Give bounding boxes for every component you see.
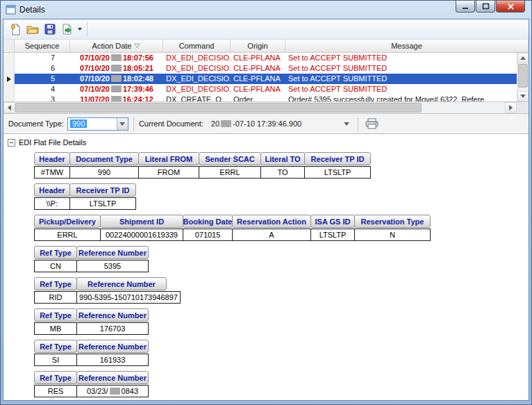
edi-value-cell: A xyxy=(232,229,311,241)
edi-header-cell[interactable]: Ref Type xyxy=(34,277,77,290)
current-document-combo[interactable]: 20-07-10 17:39:46.900 xyxy=(208,117,353,131)
cell-origin: CLE-PFLANA xyxy=(231,53,285,63)
table-row[interactable]: 3 11/07/2016:24:12 DX_CREATE_O... Order.… xyxy=(3,94,529,101)
grid-body: 7 07/10/2018:07:56 DX_EDI_DECISIO... CLE… xyxy=(3,53,529,101)
edi-header-cell[interactable]: Receiver TP ID xyxy=(304,152,371,165)
edi-header-cell[interactable]: Shipment ID xyxy=(100,215,183,228)
edi-table-header-segment: Header Document Type Literal FROM Sender… xyxy=(34,152,529,179)
cell-command: DX_EDI_DECISIO... xyxy=(163,74,231,84)
minimize-button[interactable] xyxy=(456,1,475,13)
vertical-scrollbar[interactable] xyxy=(517,53,529,101)
close-button[interactable] xyxy=(496,1,525,13)
document-type-value[interactable]: 990 xyxy=(68,118,117,130)
table-row[interactable]: 7 07/10/2018:07:56 DX_EDI_DECISIO... CLE… xyxy=(3,53,529,63)
window-icon xyxy=(6,5,16,15)
edi-value-cell: 5395 xyxy=(76,260,149,272)
vertical-scroll-thumb[interactable] xyxy=(518,64,528,88)
edi-header-cell[interactable]: Ref Type xyxy=(34,340,77,353)
horizontal-scroll-track[interactable] xyxy=(15,102,505,113)
edi-header-cell[interactable]: Reference Number xyxy=(76,308,149,322)
row-marker-current xyxy=(3,74,15,84)
redaction-block xyxy=(110,388,120,395)
cell-sequence: 5 xyxy=(15,74,70,84)
current-row-arrow-icon xyxy=(7,76,11,82)
scroll-right-icon[interactable] xyxy=(505,102,517,113)
edi-header-cell[interactable]: Document Type xyxy=(69,152,139,165)
collapse-expander[interactable] xyxy=(8,139,15,147)
cell-action-date: 07/10/2018:05:21 xyxy=(70,63,163,74)
edi-header-cell[interactable]: Reference Number xyxy=(76,277,167,290)
docbar-separator xyxy=(133,117,134,131)
scroll-down-icon[interactable] xyxy=(517,91,529,101)
table-row-selected[interactable]: 5 07/10/2018:02:48 DX_EDI_DECISIO... CLE… xyxy=(3,74,529,84)
scroll-up-icon[interactable] xyxy=(517,53,529,63)
new-document-icon[interactable] xyxy=(7,21,24,38)
edi-header-cell[interactable]: Header xyxy=(34,183,70,197)
cell-action-date: 07/10/2017:39:46 xyxy=(70,84,163,94)
horizontal-scroll-thumb[interactable] xyxy=(15,103,422,113)
scroll-left-icon[interactable] xyxy=(3,102,15,113)
horizontal-scrollbar[interactable] xyxy=(3,102,529,114)
cell-action-date: 11/07/2016:24:12 xyxy=(70,94,163,101)
edi-header-cell[interactable]: Ref Type xyxy=(34,308,77,322)
edi-value-cell: FROM xyxy=(138,166,199,179)
edi-value-cell: 990-5395-150710173946897 xyxy=(76,291,181,304)
edi-header-cell[interactable]: Receiver TP ID xyxy=(69,183,136,197)
column-header-command[interactable]: Command xyxy=(163,40,231,52)
export-icon[interactable] xyxy=(59,21,76,38)
edi-value-cell: CN xyxy=(34,260,77,272)
edi-header-cell[interactable]: Booking Date xyxy=(183,215,233,228)
message-grid: Sequence Action Date Command Origin Mess… xyxy=(3,40,529,102)
cell-message: Order# 5395 successfully created for Mov… xyxy=(285,94,529,101)
table-row[interactable]: 4 07/10/2017:39:46 DX_EDI_DECISIO... CLE… xyxy=(3,84,529,94)
open-folder-icon[interactable] xyxy=(24,21,41,38)
edi-header-cell[interactable]: Reservation Action xyxy=(232,215,311,228)
current-document-value[interactable]: 20-07-10 17:39:46.900 xyxy=(209,118,341,130)
cell-message: Set to ACCEPT SUBMITTED xyxy=(285,63,529,74)
edi-header-cell[interactable]: ISA GS ID xyxy=(310,215,355,228)
edi-table-reference: Ref Type Reference Number MB 176703 xyxy=(34,308,529,335)
cell-origin: CLE-PFLANA xyxy=(231,63,285,74)
toolbar xyxy=(3,19,529,40)
table-row[interactable]: 6 07/10/2018:05:21 DX_EDI_DECISIO... CLE… xyxy=(3,63,529,74)
redaction-block xyxy=(111,75,122,82)
cell-sequence: 6 xyxy=(15,63,70,74)
sort-descending-icon xyxy=(134,43,140,49)
edi-header-cell[interactable]: Sender SCAC xyxy=(199,152,261,165)
edi-header-cell[interactable]: Reference Number xyxy=(76,371,149,384)
edi-header-cell[interactable]: Reservation Type xyxy=(354,215,431,228)
column-header-origin[interactable]: Origin xyxy=(231,40,285,52)
printer-icon xyxy=(365,118,379,129)
edi-header-cell[interactable]: Reference Number xyxy=(76,340,149,353)
combo-dropdown-icon[interactable] xyxy=(117,118,128,130)
edi-value-cell: RES xyxy=(34,385,77,397)
edi-header-cell[interactable]: Header xyxy=(34,152,70,165)
edi-header-cell[interactable]: Literal FROM xyxy=(138,152,199,165)
edi-header-cell[interactable]: Ref Type xyxy=(34,371,77,384)
toolbar-dropdown-icon[interactable] xyxy=(76,21,83,38)
edi-value-cell: N xyxy=(354,229,431,241)
combo-dropdown-icon[interactable] xyxy=(341,118,352,130)
edi-header-cell[interactable]: Pickup/Delivery xyxy=(34,215,101,228)
column-header-label: Action Date xyxy=(92,42,132,50)
titlebar[interactable]: Details xyxy=(3,1,529,19)
redaction-block xyxy=(111,65,122,72)
print-button[interactable] xyxy=(363,116,381,132)
edi-details-panel: EDI Flat File Details Header Document Ty… xyxy=(3,134,529,401)
redaction-block xyxy=(111,54,122,61)
column-header-message[interactable]: Message xyxy=(285,40,529,52)
save-icon[interactable] xyxy=(42,21,58,38)
column-header-sequence[interactable]: Sequence xyxy=(15,40,70,52)
edi-header-cell[interactable]: Ref Type xyxy=(34,246,77,259)
redaction-block xyxy=(111,85,122,92)
maximize-button[interactable] xyxy=(476,1,495,13)
cell-action-date: 07/10/2018:02:48 xyxy=(70,74,163,84)
document-type-combo[interactable]: 990 xyxy=(67,117,128,131)
edi-header-cell[interactable]: Literal TO xyxy=(260,152,305,165)
edi-value-cell: LTSLTP xyxy=(310,229,355,241)
edi-header-cell[interactable]: Reference Number xyxy=(76,246,149,259)
column-header-action-date[interactable]: Action Date xyxy=(70,40,163,52)
cell-origin: CLE-PFLANA xyxy=(231,74,285,84)
cell-message: Set to ACCEPT SUBMITTED xyxy=(285,53,529,63)
docbar-separator xyxy=(358,117,358,131)
